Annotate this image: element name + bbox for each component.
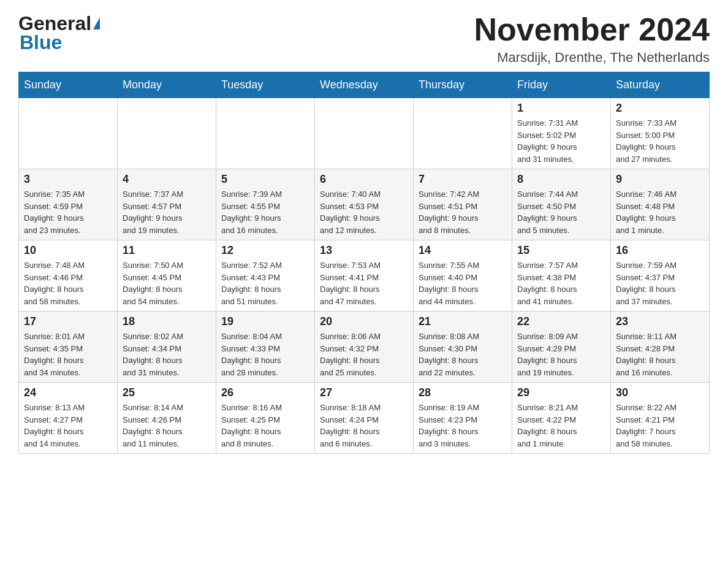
day-info: Sunrise: 7:53 AM Sunset: 4:41 PM Dayligh… [320, 259, 408, 307]
calendar-cell [118, 98, 216, 169]
calendar-cell [315, 98, 414, 169]
day-number: 11 [123, 244, 211, 257]
calendar-cell: 11Sunrise: 7:50 AM Sunset: 4:45 PM Dayli… [118, 240, 216, 312]
calendar-cell: 1Sunrise: 7:31 AM Sunset: 5:02 PM Daylig… [512, 98, 611, 169]
calendar-row-1: 1Sunrise: 7:31 AM Sunset: 5:02 PM Daylig… [19, 98, 710, 169]
calendar-cell: 20Sunrise: 8:06 AM Sunset: 4:32 PM Dayli… [315, 312, 414, 383]
day-number: 22 [517, 315, 605, 328]
day-number: 20 [320, 315, 408, 328]
calendar-cell: 5Sunrise: 7:39 AM Sunset: 4:55 PM Daylig… [216, 169, 315, 240]
day-info: Sunrise: 8:19 AM Sunset: 4:23 PM Dayligh… [419, 402, 507, 450]
title-block: November 2024 Marsdijk, Drenthe, The Net… [474, 12, 710, 66]
day-number: 30 [616, 386, 704, 399]
calendar-cell: 3Sunrise: 7:35 AM Sunset: 4:59 PM Daylig… [19, 169, 118, 240]
page-header: General Blue November 2024 Marsdijk, Dre… [18, 12, 710, 66]
calendar-cell: 25Sunrise: 8:14 AM Sunset: 4:26 PM Dayli… [118, 383, 216, 454]
day-number: 24 [24, 386, 112, 399]
day-info: Sunrise: 8:08 AM Sunset: 4:30 PM Dayligh… [419, 331, 507, 378]
day-info: Sunrise: 7:52 AM Sunset: 4:43 PM Dayligh… [221, 259, 309, 307]
day-info: Sunrise: 7:50 AM Sunset: 4:45 PM Dayligh… [123, 259, 211, 307]
calendar-cell: 16Sunrise: 7:59 AM Sunset: 4:37 PM Dayli… [611, 240, 710, 312]
day-number: 26 [221, 386, 309, 399]
day-number: 17 [24, 315, 112, 328]
day-number: 6 [320, 173, 408, 186]
day-info: Sunrise: 7:55 AM Sunset: 4:40 PM Dayligh… [419, 259, 507, 307]
calendar-cell [414, 98, 512, 169]
day-number: 10 [24, 244, 112, 257]
day-number: 16 [616, 244, 704, 257]
day-info: Sunrise: 8:09 AM Sunset: 4:29 PM Dayligh… [517, 331, 605, 378]
weekday-thursday: Thursday [414, 72, 512, 98]
day-info: Sunrise: 8:06 AM Sunset: 4:32 PM Dayligh… [320, 331, 408, 378]
day-info: Sunrise: 7:46 AM Sunset: 4:48 PM Dayligh… [616, 188, 704, 236]
day-number: 29 [517, 386, 605, 399]
weekday-saturday: Saturday [611, 72, 710, 98]
calendar-cell [19, 98, 118, 169]
day-info: Sunrise: 7:31 AM Sunset: 5:02 PM Dayligh… [517, 117, 605, 165]
weekday-wednesday: Wednesday [315, 72, 414, 98]
day-number: 14 [419, 244, 507, 257]
day-info: Sunrise: 8:02 AM Sunset: 4:34 PM Dayligh… [123, 331, 211, 378]
weekday-header-row: SundayMondayTuesdayWednesdayThursdayFrid… [19, 72, 710, 98]
calendar-cell: 28Sunrise: 8:19 AM Sunset: 4:23 PM Dayli… [414, 383, 512, 454]
day-info: Sunrise: 8:21 AM Sunset: 4:22 PM Dayligh… [517, 402, 605, 450]
day-info: Sunrise: 7:39 AM Sunset: 4:55 PM Dayligh… [221, 188, 309, 236]
logo-blue: Blue [20, 31, 62, 54]
calendar-cell: 22Sunrise: 8:09 AM Sunset: 4:29 PM Dayli… [512, 312, 611, 383]
calendar-cell: 21Sunrise: 8:08 AM Sunset: 4:30 PM Dayli… [414, 312, 512, 383]
calendar-row-5: 24Sunrise: 8:13 AM Sunset: 4:27 PM Dayli… [19, 383, 710, 454]
calendar-cell: 14Sunrise: 7:55 AM Sunset: 4:40 PM Dayli… [414, 240, 512, 312]
day-number: 21 [419, 315, 507, 328]
day-info: Sunrise: 8:14 AM Sunset: 4:26 PM Dayligh… [123, 402, 211, 450]
calendar-cell: 2Sunrise: 7:33 AM Sunset: 5:00 PM Daylig… [611, 98, 710, 169]
location: Marsdijk, Drenthe, The Netherlands [474, 50, 710, 66]
calendar-cell: 23Sunrise: 8:11 AM Sunset: 4:28 PM Dayli… [611, 312, 710, 383]
calendar-cell: 30Sunrise: 8:22 AM Sunset: 4:21 PM Dayli… [611, 383, 710, 454]
day-number: 9 [616, 173, 704, 186]
day-info: Sunrise: 8:16 AM Sunset: 4:25 PM Dayligh… [221, 402, 309, 450]
day-info: Sunrise: 8:11 AM Sunset: 4:28 PM Dayligh… [616, 331, 704, 378]
calendar-cell: 24Sunrise: 8:13 AM Sunset: 4:27 PM Dayli… [19, 383, 118, 454]
day-number: 7 [419, 173, 507, 186]
weekday-friday: Friday [512, 72, 611, 98]
weekday-sunday: Sunday [19, 72, 118, 98]
day-info: Sunrise: 8:04 AM Sunset: 4:33 PM Dayligh… [221, 331, 309, 378]
calendar-cell: 6Sunrise: 7:40 AM Sunset: 4:53 PM Daylig… [315, 169, 414, 240]
day-info: Sunrise: 7:48 AM Sunset: 4:46 PM Dayligh… [24, 259, 112, 307]
calendar-cell: 29Sunrise: 8:21 AM Sunset: 4:22 PM Dayli… [512, 383, 611, 454]
day-info: Sunrise: 7:59 AM Sunset: 4:37 PM Dayligh… [616, 259, 704, 307]
calendar-table: SundayMondayTuesdayWednesdayThursdayFrid… [18, 72, 710, 454]
calendar-cell: 10Sunrise: 7:48 AM Sunset: 4:46 PM Dayli… [19, 240, 118, 312]
calendar-cell: 15Sunrise: 7:57 AM Sunset: 4:38 PM Dayli… [512, 240, 611, 312]
day-number: 19 [221, 315, 309, 328]
day-info: Sunrise: 7:40 AM Sunset: 4:53 PM Dayligh… [320, 188, 408, 236]
day-info: Sunrise: 8:13 AM Sunset: 4:27 PM Dayligh… [24, 402, 112, 450]
calendar-cell: 4Sunrise: 7:37 AM Sunset: 4:57 PM Daylig… [118, 169, 216, 240]
calendar-row-4: 17Sunrise: 8:01 AM Sunset: 4:35 PM Dayli… [19, 312, 710, 383]
day-number: 2 [616, 102, 704, 115]
calendar-cell: 7Sunrise: 7:42 AM Sunset: 4:51 PM Daylig… [414, 169, 512, 240]
day-info: Sunrise: 7:35 AM Sunset: 4:59 PM Dayligh… [24, 188, 112, 236]
weekday-monday: Monday [118, 72, 216, 98]
month-title: November 2024 [474, 12, 710, 47]
day-number: 12 [221, 244, 309, 257]
calendar-cell: 13Sunrise: 7:53 AM Sunset: 4:41 PM Dayli… [315, 240, 414, 312]
calendar-cell: 9Sunrise: 7:46 AM Sunset: 4:48 PM Daylig… [611, 169, 710, 240]
calendar-cell: 26Sunrise: 8:16 AM Sunset: 4:25 PM Dayli… [216, 383, 315, 454]
day-number: 5 [221, 173, 309, 186]
calendar-cell: 12Sunrise: 7:52 AM Sunset: 4:43 PM Dayli… [216, 240, 315, 312]
calendar-cell: 17Sunrise: 8:01 AM Sunset: 4:35 PM Dayli… [19, 312, 118, 383]
day-info: Sunrise: 7:42 AM Sunset: 4:51 PM Dayligh… [419, 188, 507, 236]
calendar-cell: 27Sunrise: 8:18 AM Sunset: 4:24 PM Dayli… [315, 383, 414, 454]
calendar-cell [216, 98, 315, 169]
day-info: Sunrise: 8:18 AM Sunset: 4:24 PM Dayligh… [320, 402, 408, 450]
day-number: 15 [517, 244, 605, 257]
day-number: 4 [123, 173, 211, 186]
logo-triangle-icon [93, 17, 100, 29]
day-number: 28 [419, 386, 507, 399]
day-info: Sunrise: 7:33 AM Sunset: 5:00 PM Dayligh… [616, 117, 704, 165]
calendar-cell: 19Sunrise: 8:04 AM Sunset: 4:33 PM Dayli… [216, 312, 315, 383]
day-number: 25 [123, 386, 211, 399]
day-info: Sunrise: 7:37 AM Sunset: 4:57 PM Dayligh… [123, 188, 211, 236]
day-number: 18 [123, 315, 211, 328]
